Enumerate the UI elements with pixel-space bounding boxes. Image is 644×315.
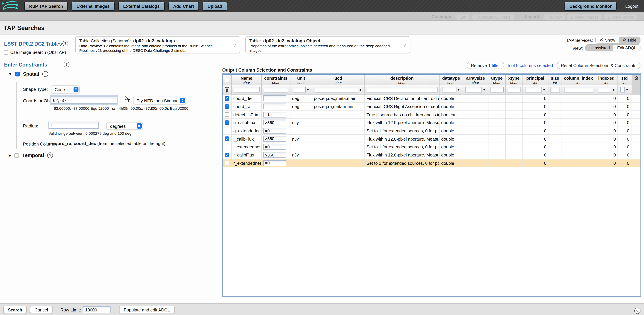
populate-adql-button[interactable]: Populate and edit ADQL bbox=[119, 306, 174, 314]
column-header-principal[interactable]: principalint bbox=[522, 75, 548, 85]
constraint-input[interactable] bbox=[263, 104, 286, 110]
remove-filter-button[interactable]: Remove 1 filter bbox=[467, 62, 504, 69]
shape-type-select[interactable]: Cone bbox=[51, 86, 80, 93]
row-checkbox[interactable] bbox=[225, 161, 229, 166]
cancel-button[interactable]: Cancel bbox=[30, 306, 52, 314]
toolbar-button-rsp-tap-search[interactable]: RSP TAP Search bbox=[24, 2, 68, 11]
temporal-help-icon[interactable]: ? bbox=[48, 152, 53, 158]
layout-option-tri-view[interactable]: Tri-view bbox=[544, 14, 566, 20]
spatial-help-icon[interactable]: ? bbox=[42, 71, 48, 77]
table-row[interactable]: r_extendednessSet to 1 for extended sour… bbox=[222, 159, 640, 167]
table-selector[interactable]: Table: dp02_dc2_catalogs.Object Properti… bbox=[245, 36, 410, 53]
layout-option-bi-view-tables[interactable]: Bi-view Tables bbox=[604, 14, 638, 20]
filter-input-description[interactable] bbox=[367, 87, 438, 92]
toolbar-button-add-chart[interactable]: Add Chart bbox=[168, 2, 199, 11]
column-header-utype[interactable]: utypechar bbox=[488, 75, 506, 85]
filter-input-indexed[interactable] bbox=[598, 87, 611, 92]
filter-dropdown-icon[interactable]: ▼ bbox=[626, 88, 629, 91]
filter-input-utype[interactable] bbox=[490, 87, 504, 92]
column-header-description[interactable]: descriptionchar bbox=[365, 75, 440, 85]
column-header-column-index[interactable]: column_indexint bbox=[562, 75, 595, 85]
expand-triangle-icon[interactable]: ▶ bbox=[8, 154, 11, 157]
filter-input-arraysize[interactable] bbox=[466, 87, 482, 92]
collapse-triangle-icon[interactable]: ▼ bbox=[8, 72, 12, 76]
table-row[interactable]: ✓r_calibFluxnJyFlux within 12.0-pixel ap… bbox=[222, 151, 640, 159]
row-limit-input[interactable] bbox=[83, 306, 110, 313]
row-checkbox[interactable] bbox=[225, 112, 229, 117]
radius-unit-select[interactable]: degrees bbox=[106, 122, 143, 130]
service-title[interactable]: LSST DP0.2 DC2 Tables bbox=[4, 41, 62, 47]
filter-input-column-index[interactable] bbox=[564, 87, 593, 92]
constraint-input[interactable] bbox=[263, 152, 286, 158]
constraint-input[interactable] bbox=[263, 136, 286, 142]
filter-dropdown-icon[interactable]: ▼ bbox=[612, 88, 615, 91]
view-ui-assisted-button[interactable]: UI assisted bbox=[586, 45, 614, 51]
column-header-xtype[interactable]: xtypechar bbox=[506, 75, 523, 85]
tap-services-hide-button[interactable]: Hide bbox=[619, 37, 640, 43]
background-monitor-button[interactable]: Background Monitor bbox=[564, 2, 616, 11]
table-row[interactable]: ✓i_calibFluxnJyFlux within 12.0-pixel ap… bbox=[222, 135, 640, 143]
row-checkbox[interactable]: ✓ bbox=[225, 104, 229, 109]
toolbar-button-external-catalogs[interactable]: External Catalogs bbox=[118, 2, 164, 11]
coverage-option-left[interactable]: Left bbox=[456, 14, 470, 20]
columns-selected-link[interactable]: 5 of 9 columns selected bbox=[508, 63, 553, 68]
radius-input[interactable] bbox=[48, 122, 98, 129]
table-row[interactable]: i_extendednessSet to 1 for extended sour… bbox=[222, 143, 640, 151]
constraint-input[interactable] bbox=[263, 128, 286, 134]
column-header-std[interactable]: stdint bbox=[618, 75, 631, 85]
filter-input-name[interactable] bbox=[234, 87, 260, 92]
filter-input-datatype[interactable] bbox=[442, 87, 456, 92]
coverage-option-coverage-w-charts[interactable]: Coverage w/Charts bbox=[472, 14, 514, 20]
spatial-checkbox[interactable]: ✓ bbox=[15, 72, 20, 76]
reset-columns-button[interactable]: Reset Column Selections & Constraints bbox=[557, 62, 640, 69]
filter-input-ucd[interactable] bbox=[315, 87, 358, 92]
resolver-select[interactable]: Try NED then Simbad bbox=[133, 96, 186, 104]
column-header-indexed[interactable]: indexedint bbox=[595, 75, 618, 85]
view-edit-adql-button[interactable]: Edit ADQL bbox=[614, 45, 640, 51]
table-row[interactable]: g_extendednessSet to 1 for extended sour… bbox=[222, 127, 640, 135]
search-button[interactable]: Search bbox=[3, 306, 27, 314]
filter-input-principal[interactable] bbox=[525, 87, 542, 92]
table-row[interactable]: detect_isPrimaryTrue if source has no ch… bbox=[222, 111, 640, 119]
filter-input-xtype[interactable] bbox=[508, 87, 520, 92]
constraint-input[interactable] bbox=[263, 120, 286, 126]
filter-input-unit[interactable] bbox=[293, 87, 306, 92]
table-options-tab[interactable]: ⚙ bbox=[632, 75, 640, 94]
row-checkbox[interactable]: ✓ bbox=[225, 96, 229, 100]
column-header-size[interactable]: sizeint bbox=[548, 75, 562, 85]
row-checkbox[interactable] bbox=[225, 145, 229, 149]
layout-option-bi-view-images[interactable]: Bi-view Images bbox=[567, 14, 602, 20]
table-row[interactable]: ✓coord_decdegpos.eq.dec;meta.mainFiducia… bbox=[222, 94, 640, 103]
coords-input[interactable] bbox=[51, 96, 117, 104]
service-help-icon[interactable]: ? bbox=[62, 41, 68, 46]
filter-input-size[interactable] bbox=[550, 87, 560, 92]
filter-input-constraints[interactable] bbox=[264, 87, 288, 92]
constraint-input[interactable] bbox=[263, 112, 286, 117]
filter-dropdown-icon[interactable]: ▼ bbox=[306, 88, 309, 91]
filter-input-std[interactable] bbox=[620, 87, 625, 92]
column-header-constraints[interactable]: constraintschar bbox=[262, 75, 290, 85]
filter-dropdown-icon[interactable]: ▼ bbox=[483, 88, 486, 91]
select-all-checkbox[interactable] bbox=[225, 78, 229, 82]
row-checkbox[interactable] bbox=[225, 128, 229, 133]
row-checkbox[interactable]: ✓ bbox=[225, 120, 229, 125]
filter-dropdown-icon[interactable]: ▼ bbox=[457, 88, 460, 91]
help-icon[interactable]: ? bbox=[634, 308, 640, 314]
column-header-arraysize[interactable]: arraysizechar bbox=[463, 75, 488, 85]
column-header-datatype[interactable]: datatypechar bbox=[440, 75, 463, 85]
row-checkbox[interactable]: ✓ bbox=[225, 136, 229, 141]
filter-dropdown-icon[interactable]: ▼ bbox=[543, 88, 546, 91]
constraint-input[interactable] bbox=[263, 144, 286, 150]
obstap-checkbox[interactable] bbox=[4, 50, 8, 54]
column-header-ucd[interactable]: ucdchar bbox=[312, 75, 365, 85]
constraint-input[interactable] bbox=[263, 160, 286, 166]
chevron-down-icon[interactable]: ∨ bbox=[399, 38, 410, 51]
logout-button[interactable]: Logout bbox=[625, 4, 638, 8]
toolbar-button-upload[interactable]: Upload bbox=[203, 2, 227, 11]
chevron-down-icon[interactable]: ∨ bbox=[229, 38, 240, 51]
filter-dropdown-icon[interactable]: ▼ bbox=[359, 88, 362, 91]
table-row[interactable]: ✓g_calibFluxnJyFlux within 12.0-pixel ap… bbox=[222, 119, 640, 127]
click-pointer-icon[interactable] bbox=[124, 96, 132, 104]
schema-selector[interactable]: Table Collection (Schema): dp02_dc2_cata… bbox=[75, 36, 240, 53]
table-row[interactable]: ✓coord_radegpos.eq.ra;meta.mainFiducial … bbox=[222, 103, 640, 111]
